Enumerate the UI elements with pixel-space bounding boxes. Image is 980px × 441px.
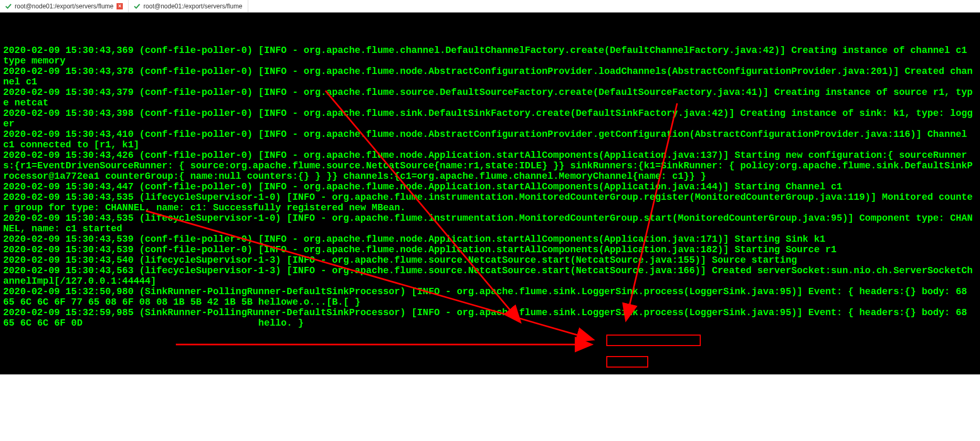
log-line: 2020-02-09 15:30:43,379 (conf-file-polle… [3,87,977,108]
terminal-tab-2[interactable]: root@node01:/export/servers/flume [129,0,248,12]
log-line: 2020-02-09 15:32:59,985 (SinkRunner-Poll… [3,307,977,328]
terminal-tab-1[interactable]: root@node01:/export/servers/flume × [0,0,129,12]
app-frame: root@node01:/export/servers/flume × root… [0,0,980,374]
tab-label: root@node01:/export/servers/flume [143,3,242,9]
terminal-tabbar: root@node01:/export/servers/flume × root… [0,0,980,13]
log-line: 2020-02-09 15:32:50,980 (SinkRunner-Poll… [3,286,977,307]
log-line: 2020-02-09 15:30:43,563 (lifecycleSuperv… [3,265,977,286]
log-line: 2020-02-09 15:30:43,447 (conf-file-polle… [3,181,977,192]
log-line: 2020-02-09 15:30:43,535 (lifecycleSuperv… [3,192,977,213]
log-line: 2020-02-09 15:30:43,398 (conf-file-polle… [3,108,977,129]
log-line: 2020-02-09 15:30:43,539 (conf-file-polle… [3,234,977,244]
tab-label: root@node01:/export/servers/flume [15,3,113,9]
log-line: 2020-02-09 15:30:43,410 (conf-file-polle… [3,129,977,150]
terminal-output[interactable]: 2020-02-09 15:30:43,369 (conf-file-polle… [0,13,980,374]
check-icon [134,3,140,9]
log-line: 2020-02-09 15:30:43,369 (conf-file-polle… [3,45,977,66]
log-line: 2020-02-09 15:30:43,426 (conf-file-polle… [3,150,977,181]
log-line: 2020-02-09 15:30:43,539 (conf-file-polle… [3,244,977,255]
annotation-highlight-box [606,335,701,346]
check-icon [5,3,12,9]
log-line: 2020-02-09 15:30:43,535 (lifecycleSuperv… [3,213,977,234]
annotation-highlight-box [606,356,648,368]
log-line: 2020-02-09 15:30:43,540 (lifecycleSuperv… [3,255,977,265]
close-icon[interactable]: × [117,3,123,9]
log-line: 2020-02-09 15:30:43,378 (conf-file-polle… [3,66,977,87]
